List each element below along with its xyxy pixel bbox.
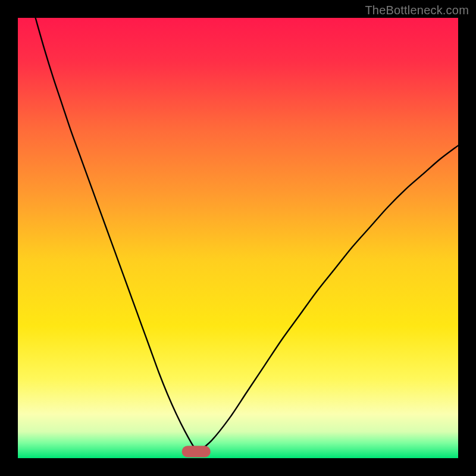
chart-svg bbox=[18, 18, 458, 458]
gradient-background bbox=[18, 18, 458, 458]
chart-frame: TheBottleneck.com bbox=[0, 0, 476, 476]
bottleneck-marker bbox=[182, 446, 211, 457]
watermark-text: TheBottleneck.com bbox=[365, 4, 469, 17]
plot-area bbox=[18, 18, 458, 458]
marker-group bbox=[182, 446, 211, 457]
